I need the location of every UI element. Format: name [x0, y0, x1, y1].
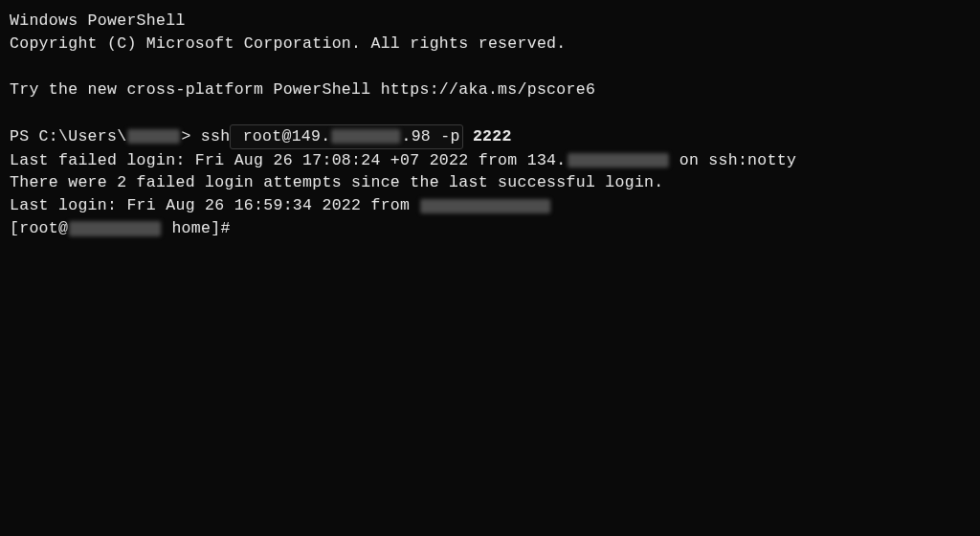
- redacted-ip-tail: [568, 153, 669, 168]
- text-header3: Try the new cross-platform PowerShell ht…: [10, 78, 595, 101]
- ssh-args-box: root@149. .98 - p: [230, 124, 462, 149]
- ssh-command: ssh: [201, 125, 231, 148]
- lastfailed-a: Last failed login: Fri Aug 26 17:08:24 +…: [10, 149, 567, 172]
- remote-prompt-prefix: [root@: [10, 217, 68, 240]
- redacted-username: [127, 129, 180, 145]
- terminal-line-header1: Windows PowerShell: [10, 10, 970, 33]
- lastlogin-a: Last login: Fri Aug 26 16:59:34 2022 fro…: [10, 194, 419, 217]
- blank-line: [10, 56, 970, 78]
- terminal-line-header3: Try the new cross-platform PowerShell ht…: [10, 78, 970, 101]
- redacted-ip-mid: [331, 129, 400, 145]
- ssh-target-a: root@149.: [233, 125, 330, 148]
- blank-line: [10, 101, 970, 124]
- terminal-line-lastlogin: Last login: Fri Aug 26 16:59:34 2022 fro…: [10, 194, 970, 217]
- failedattempts-text: There were 2 failed login attempts since…: [10, 171, 664, 194]
- ssh-flag-p: p: [450, 125, 459, 148]
- terminal-line-failedattempts: There were 2 failed login attempts since…: [10, 171, 970, 194]
- remote-prompt-suffix: home]#: [162, 217, 230, 240]
- terminal-line-header2: Copyright (C) Microsoft Corporation. All…: [10, 33, 970, 56]
- terminal-line-lastfailed: Last failed login: Fri Aug 26 17:08:24 +…: [10, 149, 970, 172]
- ps-prompt-prefix: PS C:\Users\: [10, 125, 126, 148]
- lastfailed-b: on ssh:notty: [670, 149, 797, 172]
- terminal-line-remoteprompt[interactable]: [root@ home]#: [10, 217, 970, 240]
- ssh-target-b: .98 -: [401, 125, 450, 148]
- redacted-from-ip: [420, 199, 550, 214]
- ps-prompt-suffix: >: [181, 125, 200, 148]
- ssh-port: 2222: [463, 125, 512, 148]
- terminal-line-prompt[interactable]: PS C:\Users\ > ssh root@149. .98 - p 222…: [10, 124, 970, 149]
- redacted-hostname: [69, 221, 161, 236]
- text-header2: Copyright (C) Microsoft Corporation. All…: [10, 33, 567, 56]
- text-header1: Windows PowerShell: [10, 10, 186, 33]
